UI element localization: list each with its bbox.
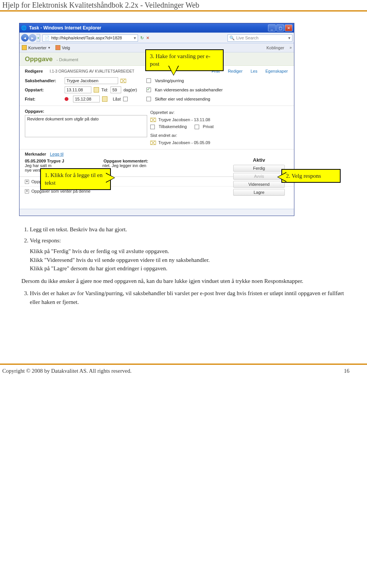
input-tid[interactable]: 59 (110, 86, 121, 93)
tab-rediger[interactable]: Rediger (228, 69, 243, 73)
label-skifter: Skifter eier ved videresending (155, 97, 210, 101)
mail-icon[interactable] (120, 79, 126, 83)
ie-address-bar: ◄ ► ▾ 📄 http://hkpha/eknet/Task.aspx?id=… (19, 32, 294, 43)
step-1: Legg til en tekst. Beskriv hva du har gj… (30, 225, 346, 234)
calendar-icon[interactable] (94, 87, 99, 93)
checkbox-varsling[interactable] (146, 78, 151, 83)
toolbar-koblinger[interactable]: Koblinger (266, 45, 284, 50)
toolbar-konverter[interactable]: Konverter▾ (22, 45, 50, 50)
toolbar-velg[interactable]: Velg (55, 45, 70, 50)
forward-button[interactable]: ► (29, 34, 36, 42)
window-title: Task - Windows Internet Explorer (29, 25, 101, 31)
stop-icon[interactable]: ✕ (146, 36, 149, 41)
label-tilbakemelding: Tilbakemelding (159, 123, 187, 130)
merk-date-user: 05.05.2009 Trygve J (25, 159, 64, 163)
plus-icon: + (25, 180, 29, 184)
mail-icon-2 (150, 118, 156, 122)
body-instructions: Legg til en tekst. Beskriv hva du har gj… (0, 216, 367, 306)
document-title: I.1-3 ORGANISERING AV KVALITETSARBEIDET (50, 69, 134, 73)
label-dag: dag(er) (123, 88, 137, 92)
label-saksbehandler: Saksbehandler: (25, 78, 63, 83)
input-oppstart[interactable]: 13.11.08 (65, 86, 91, 93)
velg-icon (55, 45, 60, 50)
konverter-icon (22, 45, 27, 50)
app-subtitle: - Dokument (57, 57, 78, 62)
nav-dropdown[interactable]: ▾ (36, 34, 40, 42)
callout-2: 2. Velg respons (281, 169, 341, 183)
plus-icon: + (25, 189, 29, 193)
search-icon: 🔍 (229, 36, 235, 41)
url-chevron-icon: ▾ (134, 36, 136, 41)
checkbox-skifter[interactable] (146, 97, 151, 101)
tab-les[interactable]: Les (250, 69, 257, 73)
lagre-button[interactable]: Lagre (233, 189, 285, 196)
value-opprettet: Trygve Jacobsen - 13.11.08 (158, 116, 210, 123)
tab-egenskaper[interactable]: Egenskaper (265, 69, 288, 73)
search-input[interactable]: 🔍 Live Search ▾ (227, 34, 292, 42)
value-sist-endret: Trygve Jacobsen - 05.05.09 (158, 139, 210, 146)
close-button[interactable]: ✕ (285, 24, 292, 31)
ie-titlebar: 🌐 Task - Windows Internet Explorer _ ▢ ✕ (19, 23, 294, 32)
meta-list: Opprettet av: Trygve Jacobsen - 13.11.08… (150, 109, 289, 146)
search-chevron-icon: ▾ (288, 36, 291, 41)
ie-status-bar (19, 209, 294, 216)
response-title: Aktiv (233, 157, 285, 163)
callout-3: 3. Hake for varsling per e-post (145, 49, 224, 71)
calendar-icon-2[interactable] (102, 96, 107, 102)
step-3: Hvis det er haket av for Varsling/purrin… (30, 289, 346, 306)
merk-subtitle: Oppgave kommentert: (104, 159, 148, 163)
label-privat: Privat (203, 123, 214, 130)
label-last: Låst (113, 97, 121, 101)
maximize-button[interactable]: ▢ (276, 24, 284, 31)
label-frist: Frist: (25, 97, 63, 101)
minimize-button[interactable]: _ (268, 24, 276, 31)
label-sist-endret: Sist endret av: (150, 132, 289, 139)
callout-1: 1. Klikk for å legge til en tekst (40, 168, 111, 190)
edit-label: Redigere (25, 69, 43, 73)
oppgave-section: Oppgave: Revidere dokument som utgår på … (19, 106, 294, 149)
page-header: Hjelp for Elektronisk Kvalitetshåndbok 2… (0, 0, 367, 11)
merk-line2a: Jeg har satt m (25, 163, 52, 168)
resp-line-1: Klikk på "Ferdig" hvis du er ferdig og v… (30, 247, 346, 256)
label-oppgave: Oppgave: (25, 109, 147, 114)
footer: Copyright © 2008 by Datakvalitet AS. All… (0, 364, 367, 376)
toolbar-more-icon[interactable]: » (289, 45, 292, 50)
back-button[interactable]: ◄ (21, 34, 29, 42)
ie-icon: 🌐 (21, 25, 27, 31)
legg-til-link[interactable]: Legg til (50, 152, 63, 156)
label-oppstart: Oppstart: (25, 88, 63, 92)
edit-section: Redigere I.1-3 ORGANISERING AV KVALITETS… (19, 66, 294, 106)
paragraph-note: Dersom du ikke ønsker å gjøre noe med op… (21, 277, 346, 286)
label-videresend-chk: Kan videresendes av saksbehandler (155, 88, 222, 92)
status-dot (65, 97, 68, 101)
form-grid: Saksbehandler: Trygve Jacobsen Varsling/… (25, 73, 289, 102)
checkbox-privat[interactable] (195, 125, 199, 129)
checkbox-tilbakemelding[interactable] (150, 125, 155, 129)
input-saksbehandler[interactable]: Trygve Jacobsen (65, 77, 118, 84)
checkbox-videresend[interactable] (146, 88, 151, 92)
mail-icon-3 (150, 141, 156, 145)
label-opprettet: Opprettet av: (150, 109, 289, 116)
address-input[interactable]: 📄 http://hkpha/eknet/Task.aspx?id=1828 ▾ (42, 34, 138, 42)
resp-line-3: Klikk på "Lagre" dersom du har gjort end… (30, 264, 346, 273)
app-title: Oppgave (25, 55, 53, 63)
checkbox-last[interactable] (123, 97, 128, 101)
ferdig-button[interactable]: Ferdig (233, 165, 285, 172)
label-tid: Tid: (101, 88, 108, 92)
videresend-button[interactable]: Videresend (233, 181, 285, 188)
page-icon: 📄 (44, 36, 50, 41)
textarea-oppgave[interactable]: Revidere dokument som utgår på dato (25, 115, 147, 137)
copyright: Copyright © 2008 by Datakvalitet AS. All… (2, 368, 132, 374)
refresh-icon[interactable]: ↻ (140, 36, 144, 41)
input-frist[interactable]: 15.12.08 (73, 96, 100, 102)
merk-line2b: ntet. Jeg legger inn den (102, 163, 146, 168)
resp-line-2: Klikk "Videresend" hvis du vil sende opp… (30, 256, 346, 265)
merknader-title: Merknader (25, 152, 46, 156)
step-2: Velg respons: Klikk på "Ferdig" hvis du … (30, 236, 346, 273)
page-number: 16 (344, 368, 365, 374)
